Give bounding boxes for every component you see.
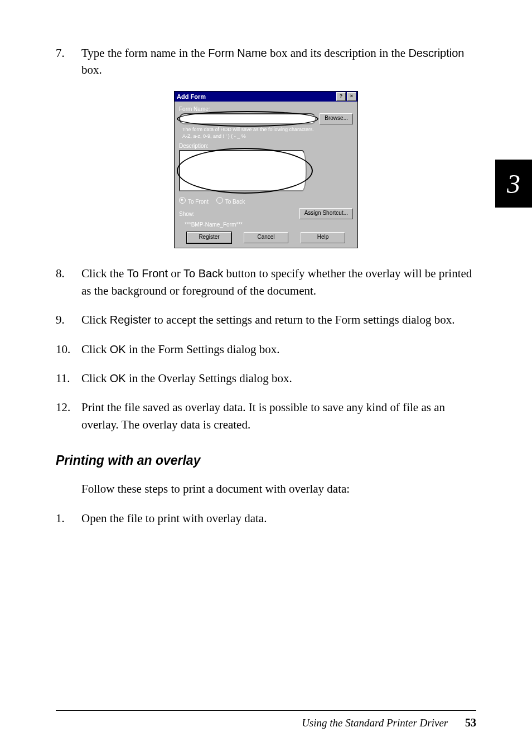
hint-line-1: The form data of HDD will save as the fo… <box>182 127 353 133</box>
ui-term-ok: OK <box>110 372 126 384</box>
ui-term-ok: OK <box>110 343 126 355</box>
description-input[interactable] <box>179 150 307 191</box>
text: or <box>168 267 183 280</box>
footer-page-number: 53 <box>465 716 476 729</box>
description-label: Description: <box>179 143 353 149</box>
step-number: 8. <box>56 265 81 299</box>
text: in the Form Settings dialog box. <box>126 343 280 356</box>
show-label: Show: <box>179 211 195 217</box>
form-name-label: Form Name: <box>179 106 353 112</box>
register-button[interactable]: Register <box>187 232 231 243</box>
help-titlebar-button[interactable]: ? <box>336 92 346 101</box>
ui-term-to-front: To Front <box>127 267 168 280</box>
step-text: Print the file saved as overlay data. It… <box>81 399 476 433</box>
chapter-tab: 3 <box>495 160 532 208</box>
section-heading-printing-with-overlay: Printing with an overlay <box>56 453 476 468</box>
to-back-radio[interactable]: To Back <box>216 197 245 205</box>
form-name-input[interactable] <box>179 113 316 124</box>
text: to accept the settings and return to the… <box>151 313 454 326</box>
help-button[interactable]: Help <box>301 232 345 243</box>
hint-text: The form data of HDD will save as the fo… <box>182 127 353 139</box>
to-back-label: To Back <box>225 199 245 205</box>
step-number: 7. <box>56 45 81 79</box>
step-9: 9. Click Register to accept the settings… <box>56 311 476 328</box>
text: Open the file to print with overlay data… <box>81 512 267 525</box>
radio-dot-icon <box>179 197 186 204</box>
add-form-dialog: Add Form ? × Form Name: Browse... The fo… <box>174 91 358 248</box>
footer-title: Using the Standard Printer Driver <box>302 717 448 729</box>
assign-shortcut-button[interactable]: Assign Shortcut... <box>299 208 353 219</box>
step-number: 1. <box>56 510 81 527</box>
ui-term-register: Register <box>110 314 151 326</box>
icon-filename-text: ***BMP-Name_Form*** <box>185 221 353 228</box>
cancel-button[interactable]: Cancel <box>244 232 288 243</box>
dialog-screenshot: Add Form ? × Form Name: Browse... The fo… <box>56 91 476 248</box>
step-text: Click the To Front or To Back button to … <box>81 265 476 299</box>
text: in the Overlay Settings dialog box. <box>126 372 292 385</box>
step-text: Click Register to accept the settings an… <box>81 311 476 328</box>
to-front-label: To Front <box>188 199 209 205</box>
step-text: Click OK in the Form Settings dialog box… <box>81 341 476 358</box>
ui-term-description: Description <box>408 47 464 59</box>
step-number: 9. <box>56 311 81 328</box>
dialog-title: Add Form <box>177 93 206 100</box>
text: Print the file saved as overlay data. It… <box>81 401 445 431</box>
step-text: Open the file to print with overlay data… <box>81 510 476 527</box>
callout-form-name-oval <box>177 111 318 127</box>
step-number: 12. <box>56 399 81 433</box>
text: box and its description in the <box>267 46 409 60</box>
step-7: 7. Type the form name in the Form Name b… <box>56 45 476 79</box>
to-front-radio[interactable]: To Front <box>179 197 209 205</box>
step-text: Click OK in the Overlay Settings dialog … <box>81 370 476 387</box>
browse-button[interactable]: Browse... <box>320 113 353 124</box>
ui-term-to-back: To Back <box>183 267 223 280</box>
step-number: 10. <box>56 341 81 358</box>
position-radio-group: To Front To Back <box>179 197 353 205</box>
text: Click <box>81 372 110 385</box>
text: Type the form name in the <box>81 46 208 60</box>
text: Click the <box>81 267 127 280</box>
titlebar: Add Form ? × <box>175 92 357 102</box>
hint-line-2: A-Z, a-z, 0-9, and ! ' ) ( - _ % <box>182 133 353 140</box>
step-8: 8. Click the To Front or To Back button … <box>56 265 476 299</box>
step-11: 11. Click OK in the Overlay Settings dia… <box>56 370 476 387</box>
step-number: 11. <box>56 370 81 387</box>
step-10: 10. Click OK in the Form Settings dialog… <box>56 341 476 358</box>
intro-text: Follow these steps to print a document w… <box>81 480 476 497</box>
text: box. <box>81 63 102 76</box>
overlay-step-1: 1. Open the file to print with overlay d… <box>56 510 476 527</box>
step-12: 12. Print the file saved as overlay data… <box>56 399 476 433</box>
close-titlebar-button[interactable]: × <box>347 92 356 101</box>
text: Click <box>81 343 110 356</box>
text: Click <box>81 313 110 326</box>
ui-term-form-name: Form Name <box>208 47 267 59</box>
page-footer: Using the Standard Printer Driver 53 <box>56 710 476 729</box>
radio-dot-icon <box>216 197 223 204</box>
step-text: Type the form name in the Form Name box … <box>81 45 476 79</box>
